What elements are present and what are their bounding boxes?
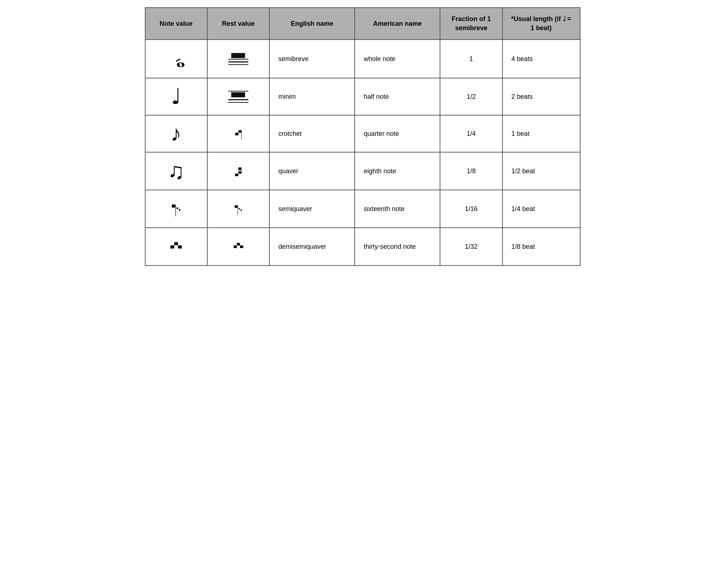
fraction-cell: 1/32 (440, 228, 502, 265)
american-name-cell: eighth note (355, 152, 440, 190)
note-value-cell: 𝇘 (145, 228, 207, 265)
american-name-cell: sixteenth note (355, 190, 440, 228)
table-row: 𝅝𝅧 semibreve whole note 1 4 beats (145, 40, 580, 78)
english-name-cell: semiquaver (269, 190, 355, 228)
length-cell: 1/8 beat (502, 228, 580, 265)
whole-note-symbol: 𝅝𝅧 (154, 47, 198, 70)
eighth-note-symbol: ♫ (154, 160, 198, 182)
rest-value-cell: 𝇖 (207, 152, 269, 190)
half-note-symbol: ♩ (154, 86, 198, 108)
length-cell: 1/4 beat (502, 190, 580, 228)
american-name-cell: thirty-second note (355, 228, 440, 265)
fraction-cell: 1/2 (440, 78, 502, 115)
table-row: ♫ 𝇖 quaver eighth note 1/8 1/2 beat (145, 152, 580, 190)
american-name-cell: half note (355, 78, 440, 115)
header-rest-value: Rest value (207, 8, 269, 40)
fraction-cell: 1/4 (440, 115, 502, 152)
header-american-name: American name (355, 8, 440, 40)
rest-value-cell: 𝇗 (207, 190, 269, 228)
sixteenth-note-symbol: 𝇗 (154, 198, 198, 220)
sixteenth-rest-symbol: 𝇗 (216, 199, 260, 218)
note-value-cell: ♩ (145, 78, 207, 115)
english-name-cell: quaver (269, 152, 355, 190)
english-name-cell: demisemiquaver (269, 228, 355, 265)
english-name-cell: semibreve (269, 40, 355, 78)
table-row: ♩ minim half note 1/2 2 beats (145, 78, 580, 115)
american-name-cell: quarter note (355, 115, 440, 152)
header-fraction: Fraction of 1 semibreve (440, 8, 502, 40)
rest-value-cell: 𝇘 (207, 228, 269, 265)
table-row: 𝇘 𝇘 demisemiquaver thirty-second note 1/… (145, 228, 580, 265)
length-cell: 2 beats (502, 78, 580, 115)
quarter-rest-symbol: 𝇕 (216, 124, 260, 143)
eighth-rest-symbol: 𝇖 (216, 162, 260, 181)
note-value-cell: ♪ (145, 115, 207, 152)
table-row: 𝇗 𝇗 semiquaver sixteenth note 1/16 1/4 b… (145, 190, 580, 228)
note-value-cell: 𝅝𝅧 (145, 40, 207, 78)
music-notes-table: Note value Rest value English name Ameri… (145, 7, 581, 266)
header-note-value: Note value (145, 8, 207, 40)
length-cell: 4 beats (502, 40, 580, 78)
table-row: ♪ 𝇕 crotchet quarter note 1/4 1 beat (145, 115, 580, 152)
fraction-cell: 1 (440, 40, 502, 78)
rest-value-cell (207, 78, 269, 115)
header-english-name: English name (269, 8, 355, 40)
note-value-cell: 𝇗 (145, 190, 207, 228)
note-value-cell: ♫ (145, 152, 207, 190)
fraction-cell: 1/16 (440, 190, 502, 228)
american-name-cell: whole note (355, 40, 440, 78)
rest-value-cell: 𝇕 (207, 115, 269, 152)
length-cell: 1 beat (502, 115, 580, 152)
whole-rest-symbol (216, 53, 260, 65)
fraction-cell: 1/8 (440, 152, 502, 190)
half-rest-symbol (216, 91, 260, 103)
quarter-note-symbol: ♪ (154, 123, 198, 145)
english-name-cell: minim (269, 78, 355, 115)
length-cell: 1/2 beat (502, 152, 580, 190)
thirty-second-rest-symbol: 𝇘 (216, 237, 260, 256)
rest-value-cell (207, 40, 269, 78)
thirty-second-note-symbol: 𝇘 (154, 235, 198, 258)
header-usual-length: *Usual length (if ♩ = 1 beat) (502, 8, 580, 40)
english-name-cell: crotchet (269, 115, 355, 152)
